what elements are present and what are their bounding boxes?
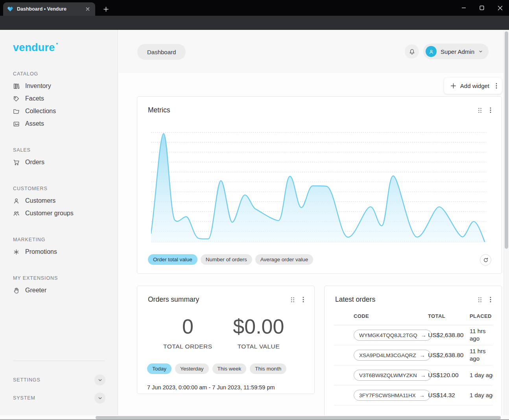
vendure-logo[interactable]: vendure <box>13 42 55 54</box>
latest-orders-table: CODE TOTAL PLACED AT WYMGK4TQQ8JL2TGQ→ U… <box>334 313 493 405</box>
sidebar-item-label: Customer groups <box>25 210 74 217</box>
range-chip-this-week[interactable]: This week <box>212 363 247 374</box>
main-area: Dashboard Super Admin Add widget <box>118 30 503 415</box>
facets-icon <box>13 95 20 102</box>
order-code-link[interactable]: 3FY7FSCWSHMA11HX→ <box>354 390 430 401</box>
section-label-marketing: MARKETING <box>13 237 118 242</box>
total-value-value: $0.00 <box>219 315 299 338</box>
sidebar-item-collections[interactable]: Collections <box>13 105 118 117</box>
vendure-admin-app: vendure CATALOG Inventory Facets Collect… <box>0 30 503 415</box>
order-code: WYMGK4TQQ8JL2TGQ <box>359 332 417 338</box>
sidebar-item-label: Customers <box>25 197 55 204</box>
sidebar-item-label: Greeter <box>25 287 46 294</box>
kebab-menu-icon[interactable] <box>490 107 491 113</box>
orders-summary-widget: Orders summary 0 TOTAL ORDERS <box>137 286 315 394</box>
order-code: XSA9PD4LM3CGAQRZ <box>359 352 416 358</box>
kebab-menu-icon[interactable] <box>490 297 491 303</box>
browser-tab[interactable]: Dashboard • Vendure <box>3 2 95 16</box>
sidebar-section-settings[interactable]: SETTINGS <box>13 374 105 386</box>
tab-title: Dashboard • Vendure <box>17 6 81 12</box>
order-placed-at: 11 hrs ago <box>470 328 493 343</box>
window-close-icon[interactable] <box>491 0 509 16</box>
order-placed-at: 11 hrs ago <box>470 348 493 363</box>
filter-chip-average-order-value[interactable]: Average order value <box>255 254 313 265</box>
kebab-menu-icon[interactable] <box>302 297 304 303</box>
section-label-catalog: CATALOG <box>13 71 118 77</box>
system-expand-button[interactable] <box>94 392 105 403</box>
section-label-my-extensions: MY EXTENSIONS <box>13 275 118 281</box>
total-orders-value: 0 <box>153 315 223 338</box>
chevron-down-icon <box>478 49 483 54</box>
settings-expand-button[interactable] <box>94 374 105 385</box>
column-placed-at: PLACED AT <box>470 313 493 319</box>
horizontal-scrollbar-thumb[interactable] <box>96 416 501 419</box>
assets-icon <box>13 121 20 127</box>
user-menu[interactable]: Super Admin <box>423 44 489 59</box>
total-orders-label: TOTAL ORDERS <box>153 343 223 350</box>
customers-icon <box>13 198 20 204</box>
metrics-widget: Metrics <box>137 96 502 274</box>
order-placed-at: 1 day ago <box>470 372 493 379</box>
orders-summary-title: Orders summary <box>148 295 291 304</box>
add-widget-button[interactable]: Add widget <box>444 78 502 94</box>
arrow-right-icon: → <box>419 392 425 398</box>
sidebar-item-label: Inventory <box>25 83 51 90</box>
vendure-favicon-icon <box>7 6 13 12</box>
order-code-link[interactable]: V3T6BW8ZQLWMYZKN→ <box>354 370 432 381</box>
sidebar-item-assets[interactable]: Assets <box>13 117 118 130</box>
tab-close-icon[interactable] <box>84 6 91 13</box>
refresh-icon <box>483 257 489 263</box>
drag-handle-icon[interactable] <box>478 108 482 113</box>
order-code: 3FY7FSCWSHMA11HX <box>359 392 416 398</box>
refresh-button[interactable] <box>480 254 491 266</box>
sidebar-item-orders[interactable]: Orders <box>13 156 118 169</box>
order-code-link[interactable]: XSA9PD4LM3CGAQRZ→ <box>354 350 431 361</box>
order-code-link[interactable]: WYMGK4TQQ8JL2TGQ→ <box>354 330 432 341</box>
add-widget-menu-icon[interactable] <box>496 83 497 89</box>
sidebar-item-label: Orders <box>25 159 44 166</box>
range-chip-this-month[interactable]: This month <box>250 363 286 374</box>
window-maximize-icon[interactable] <box>473 0 491 16</box>
window-minimize-icon[interactable] <box>455 0 473 16</box>
new-tab-icon[interactable] <box>101 4 111 14</box>
breadcrumb[interactable]: Dashboard <box>137 44 186 60</box>
sidebar: vendure CATALOG Inventory Facets Collect… <box>0 30 118 415</box>
date-range-text: 7 Jun 2023, 0:00:00 am - 7 Jun 2023, 11:… <box>147 384 314 391</box>
sidebar-item-facets[interactable]: Facets <box>13 92 118 105</box>
range-chip-today[interactable]: Today <box>147 363 172 374</box>
order-total: US$2,638.80 <box>428 332 470 339</box>
sidebar-item-label: Facets <box>25 95 44 102</box>
table-row: XSA9PD4LM3CGAQRZ→ US$2,638.80 11 hrs ago <box>334 345 493 365</box>
vertical-scrollbar-thumb[interactable] <box>505 31 508 249</box>
drag-handle-icon[interactable] <box>291 297 295 303</box>
sidebar-item-inventory[interactable]: Inventory <box>13 80 118 92</box>
customer-groups-icon <box>13 210 20 217</box>
filter-chip-number-of-orders[interactable]: Number of orders <box>201 254 252 265</box>
section-label-settings: SETTINGS <box>13 377 41 383</box>
filter-chip-order-total-value[interactable]: Order total value <box>148 254 197 265</box>
collections-icon <box>13 108 20 115</box>
top-bar: Dashboard Super Admin <box>118 30 503 73</box>
order-total: US$2,638.80 <box>428 352 470 359</box>
latest-orders-title: Latest orders <box>335 295 478 304</box>
range-chip-yesterday[interactable]: Yesterday <box>175 363 209 374</box>
vertical-scrollbar[interactable] <box>503 30 509 415</box>
notifications-button[interactable] <box>405 44 419 59</box>
column-total: TOTAL <box>428 313 470 319</box>
sidebar-item-promotions[interactable]: Promotions <box>13 246 118 258</box>
drag-handle-icon[interactable] <box>478 297 482 303</box>
metrics-area-chart <box>151 130 486 244</box>
section-label-sales: SALES <box>13 147 118 153</box>
sidebar-item-customers[interactable]: Customers <box>13 194 118 207</box>
greeter-hand-icon <box>13 287 20 294</box>
order-placed-at: 1 day ago <box>470 392 493 399</box>
sidebar-item-customer-groups[interactable]: Customer groups <box>13 207 118 220</box>
table-row: V3T6BW8ZQLWMYZKN→ US$120.00 1 day ago <box>334 365 493 385</box>
browser-toolbar: localhost:3000/admin/ <box>0 16 509 30</box>
dashboard-content: Add widget Metrics <box>118 73 503 415</box>
inventory-icon <box>13 83 20 90</box>
sidebar-item-greeter[interactable]: Greeter <box>13 284 118 297</box>
sidebar-section-system[interactable]: SYSTEM <box>13 392 105 404</box>
table-row: 3FY7FSCWSHMA11HX→ US$14.32 1 day ago <box>334 385 493 405</box>
table-header-row: CODE TOTAL PLACED AT <box>334 313 493 325</box>
